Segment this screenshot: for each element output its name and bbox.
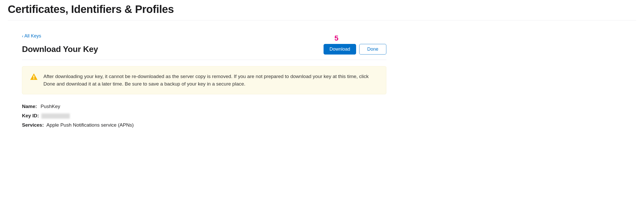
warning-icon	[30, 73, 38, 81]
svg-point-1	[33, 78, 34, 79]
key-details: Name: PushKey Key ID: Services: Apple Pu…	[22, 104, 386, 128]
detail-keyid-value	[41, 113, 70, 119]
chevron-left-icon: ‹	[22, 34, 23, 39]
detail-keyid-row: Key ID:	[22, 113, 386, 119]
back-link-label: All Keys	[24, 33, 41, 39]
detail-services-row: Services: Apple Push Notifications servi…	[22, 122, 386, 128]
detail-keyid-label: Key ID:	[22, 113, 39, 119]
warning-message: After downloading your key, it cannot be…	[43, 73, 378, 88]
detail-name-row: Name: PushKey	[22, 104, 386, 109]
warning-banner: After downloading your key, it cannot be…	[22, 66, 386, 94]
detail-name-label: Name:	[22, 104, 38, 109]
page-title: Certificates, Identifiers & Profiles	[8, 0, 636, 20]
step-annotation: 5	[334, 34, 339, 42]
detail-services-label: Services:	[22, 122, 44, 128]
done-button[interactable]: Done	[359, 44, 386, 55]
detail-name-value: PushKey	[41, 104, 60, 109]
redacted-keyid	[41, 113, 70, 119]
download-button[interactable]: Download	[324, 44, 356, 55]
section-title: Download Your Key	[22, 44, 98, 54]
detail-services-value: Apple Push Notifications service (APNs)	[47, 122, 134, 128]
svg-rect-0	[33, 75, 34, 78]
back-all-keys-link[interactable]: ‹ All Keys	[22, 33, 41, 39]
